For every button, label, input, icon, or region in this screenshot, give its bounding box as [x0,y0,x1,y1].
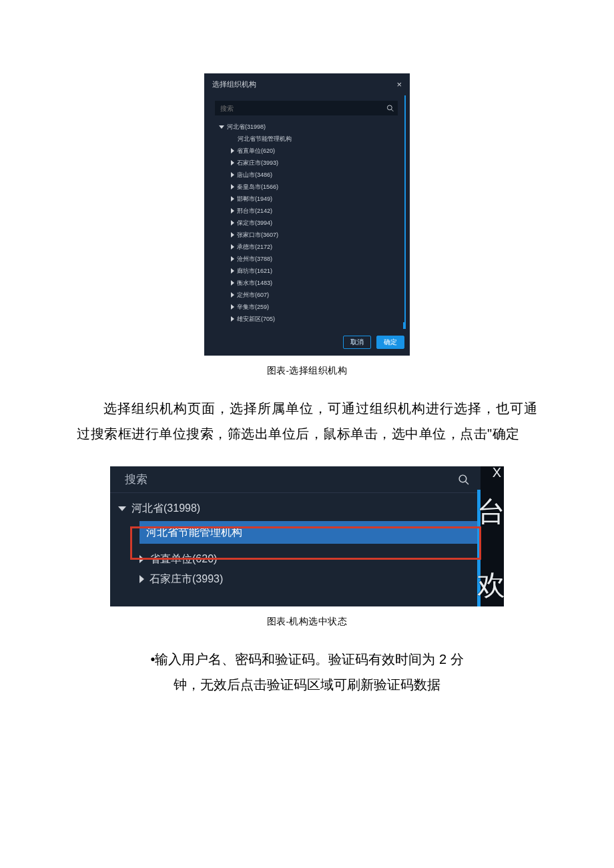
tree-node-label: 石家庄市(3993) [237,160,278,166]
body-paragraph: 选择组织机构页面，选择所属单位，可通过组织机构进行选择，也可通过搜索框进行单位搜… [0,396,614,446]
tree-node-label: 邯郸市(1949) [237,196,272,202]
svg-line-1 [392,109,394,111]
tree-node-root[interactable]: 河北省(31998) [115,498,477,518]
org-select-zoom: 搜索 河北省(31998) 河北省节能管理机构 省直单位(620) [110,466,504,606]
tree-selected-node[interactable]: 河北省节能管理机构 [139,521,484,544]
search-input[interactable] [215,101,398,115]
chevron-right-icon [231,232,234,238]
tree-node[interactable]: 石家庄市(3993) [115,569,477,589]
tree-node[interactable]: 秦皇岛市(1566) [219,181,398,193]
confirm-button[interactable]: 确定 [376,336,404,349]
close-icon[interactable]: X [493,466,501,480]
chevron-right-icon [231,208,234,213]
tree-node-label: 河北省(31998) [131,502,200,516]
tree-leaf[interactable]: 河北省节能管理机构 [219,133,398,145]
figure-caption: 图表-机构选中状态 [0,616,614,628]
chevron-right-icon [231,184,234,189]
chevron-right-icon [231,292,234,298]
bullet-paragraph: •输入用户名、密码和验证码。验证码有效时间为 2 分 钟，无效后点击验证码区域可… [0,646,614,697]
tree-node[interactable]: 石家庄市(3993) [219,157,398,169]
search-icon[interactable] [458,474,469,485]
tree-node[interactable]: 唐山市(3486) [219,169,398,181]
chevron-right-icon [139,555,144,563]
tree-node[interactable]: 张家口市(3607) [219,229,398,241]
tree-node-label: 张家口市(3607) [237,232,278,238]
close-icon[interactable]: × [396,80,402,89]
tree-node-label: 省直单位(620) [237,148,275,154]
svg-point-0 [387,105,392,110]
chevron-down-icon [118,506,126,511]
tree-node[interactable]: 邯郸市(1949) [219,193,398,205]
svg-line-3 [466,482,469,484]
background-char: 台 [477,493,504,530]
chevron-right-icon [231,280,234,286]
background-char: 欢 [477,566,504,604]
chevron-right-icon [231,304,234,310]
tree-node-label: 雄安新区(705) [237,316,275,322]
tree-node[interactable]: 定州市(607) [219,289,398,301]
tree-node-label: 衡水市(1483) [237,280,272,286]
chevron-right-icon [139,575,144,583]
svg-point-2 [459,475,467,482]
tree-node[interactable]: 衡水市(1483) [219,277,398,289]
bullet-line: 钟，无效后点击验证码区域可刷新验证码数据 [100,672,514,697]
tree-node-label: 承德市(2172) [237,244,272,250]
tree-node-label: 廊坊市(1621) [237,268,272,274]
tree-node-label: 河北省节能管理机构 [238,136,292,142]
tree-node-label: 保定市(3994) [237,220,272,226]
org-tree: 河北省(31998) 河北省节能管理机构 省直单位(620) 石家庄市(3993… [110,493,477,589]
background-strip: 台 欢 [481,466,504,606]
tree-node[interactable]: 雄安新区(705) [219,313,398,325]
tree-node-label: 邢台市(2142) [237,208,272,214]
dialog-title: 选择组织机构 [212,81,256,88]
tree-node[interactable]: 承德市(2172) [219,241,398,253]
cancel-button[interactable]: 取消 [343,336,371,349]
chevron-right-icon [231,256,234,262]
chevron-right-icon [231,244,234,250]
figure-caption: 图表-选择组织机构 [0,365,614,377]
chevron-right-icon [231,220,234,226]
chevron-down-icon [219,125,224,129]
chevron-right-icon [231,160,234,165]
tree-node-label: 石家庄市(3993) [149,572,223,586]
tree-node-label: 沧州市(3788) [237,256,272,262]
tree-node[interactable]: 保定市(3994) [219,217,398,229]
tree-node-label: 河北省(31998) [227,124,266,130]
chevron-right-icon [231,172,234,177]
tree-node-root[interactable]: 河北省(31998) [219,121,398,133]
tree-node[interactable]: 省直单位(620) [219,145,398,157]
tree-node-label: 省直单位(620) [149,552,217,566]
tree-node[interactable]: 辛集市(259) [219,301,398,313]
tree-node[interactable]: 廊坊市(1621) [219,265,398,277]
search-icon[interactable] [386,105,394,112]
tree-node-label: 唐山市(3486) [237,172,272,178]
tree-node-label: 河北省节能管理机构 [146,526,242,540]
tree-node-label: 辛集市(259) [237,304,269,310]
tree-node-label: 秦皇岛市(1566) [237,184,278,190]
bullet-line: •输入用户名、密码和验证码。验证码有效时间为 2 分 [150,652,463,667]
search-input[interactable]: 搜索 [125,472,147,487]
tree-node[interactable]: 邢台市(2142) [219,205,398,217]
chevron-right-icon [231,148,234,153]
chevron-right-icon [231,196,234,201]
tree-node[interactable]: 沧州市(3788) [219,253,398,265]
chevron-right-icon [231,316,234,322]
tree-node[interactable]: 省直单位(620) [115,549,477,569]
org-tree: 河北省(31998) 河北省节能管理机构 省直单位(620) 石家庄市(3993… [215,121,398,325]
tree-node-label: 定州市(607) [237,292,269,298]
chevron-right-icon [231,268,234,274]
org-select-dialog: 选择组织机构 × 河北省(31998) 河北省节能管理机构 省直单位(620) … [204,73,410,356]
